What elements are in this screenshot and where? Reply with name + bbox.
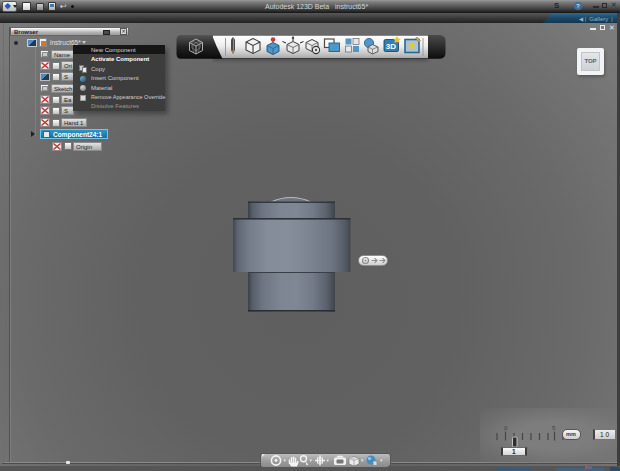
svg-text:5: 5 [552, 425, 556, 431]
svg-text:3D: 3D [386, 42, 396, 51]
svg-text:0: 0 [504, 425, 508, 431]
